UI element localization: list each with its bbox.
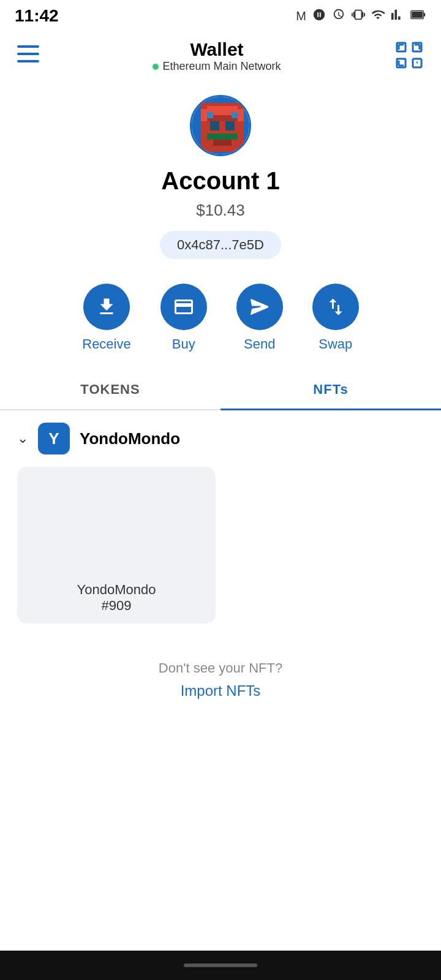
swap-button[interactable]	[312, 284, 359, 330]
status-time: 11:42	[15, 6, 59, 26]
svg-rect-28	[201, 109, 207, 121]
status-icons: M	[296, 8, 426, 24]
status-bar: 11:42 M	[0, 0, 441, 29]
actions-row: Receive Buy Send Swap	[0, 284, 441, 371]
bottom-handle	[184, 963, 257, 967]
collection-name: YondoMondo	[80, 429, 180, 448]
nft-image	[27, 477, 206, 575]
network-indicator[interactable]: Ethereum Main Network	[153, 60, 281, 73]
header: Wallet Ethereum Main Network	[0, 29, 441, 83]
collection-header[interactable]: ⌄ Y YondoMondo	[17, 423, 424, 454]
swap-action[interactable]: Swap	[312, 284, 359, 352]
nft-title: YondoMondo#909	[27, 582, 206, 614]
network-status-dot	[153, 64, 159, 70]
tab-nfts[interactable]: NFTs	[221, 371, 441, 410]
battery-icon	[410, 8, 426, 24]
svg-rect-25	[225, 121, 235, 130]
buy-action[interactable]: Buy	[160, 284, 207, 352]
nft-grid: YondoMondo#909	[17, 467, 424, 624]
tabs: TOKENS NFTs	[0, 371, 441, 410]
avatar[interactable]	[190, 95, 251, 156]
svg-rect-26	[207, 134, 238, 140]
qr-scan-button[interactable]	[394, 40, 424, 72]
receive-label: Receive	[82, 336, 130, 352]
alarm-icon	[332, 8, 345, 24]
svg-rect-1	[423, 13, 425, 17]
svg-rect-24	[210, 121, 219, 130]
bottom-nav-bar	[0, 951, 441, 980]
buy-button[interactable]	[160, 284, 207, 330]
account-name: Account 1	[161, 167, 279, 195]
svg-rect-29	[238, 109, 244, 121]
send-action[interactable]: Send	[236, 284, 283, 352]
svg-rect-4	[17, 53, 39, 55]
signal-icon	[391, 8, 404, 24]
receive-button[interactable]	[83, 284, 130, 330]
account-address[interactable]: 0x4c87...7e5D	[160, 231, 281, 259]
svg-rect-30	[207, 112, 213, 118]
menu-button[interactable]	[17, 45, 39, 67]
import-nfts-link[interactable]: Import NFTs	[0, 682, 441, 699]
wifi-icon	[371, 8, 385, 24]
collection-icon: Y	[38, 423, 70, 454]
footer-section: Don't see your NFT? Import NFTs	[0, 636, 441, 706]
svg-rect-27	[213, 140, 232, 146]
gmail-icon: M	[296, 9, 306, 23]
svg-rect-31	[232, 112, 238, 118]
nft-hint-text: Don't see your NFT?	[0, 660, 441, 676]
swap-label: Swap	[318, 336, 352, 352]
chevron-down-icon: ⌄	[17, 431, 28, 447]
svg-rect-5	[17, 60, 39, 62]
nft-section: ⌄ Y YondoMondo YondoMondo#909	[0, 410, 441, 636]
account-section: Account 1 $10.43 0x4c87...7e5D	[0, 83, 441, 284]
header-center: Wallet Ethereum Main Network	[153, 39, 281, 73]
vibrate-icon	[352, 8, 365, 24]
send-label: Send	[244, 336, 275, 352]
svg-rect-3	[17, 45, 39, 48]
avatar-image	[192, 97, 251, 156]
svg-rect-2	[412, 11, 423, 17]
notification-icon	[312, 8, 326, 24]
receive-action[interactable]: Receive	[82, 284, 130, 352]
network-name: Ethereum Main Network	[162, 60, 281, 73]
buy-label: Buy	[172, 336, 195, 352]
account-balance: $10.43	[196, 201, 245, 220]
tab-tokens[interactable]: TOKENS	[0, 371, 221, 409]
list-item[interactable]: YondoMondo#909	[17, 467, 216, 624]
wallet-title: Wallet	[153, 39, 281, 60]
send-button[interactable]	[236, 284, 283, 330]
